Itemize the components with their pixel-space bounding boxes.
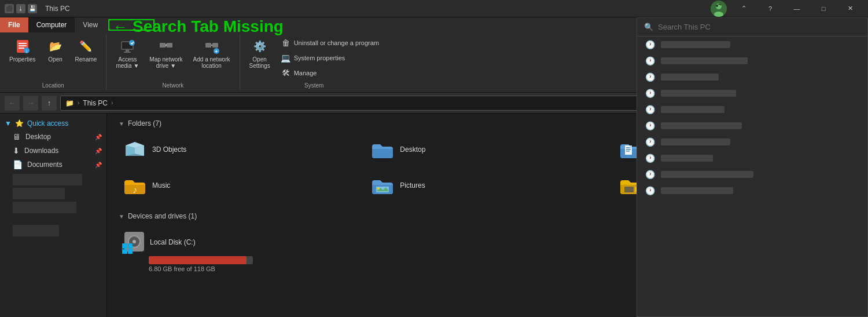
manage-button[interactable]: 🛠 Manage bbox=[277, 66, 382, 80]
help-button[interactable]: ? bbox=[757, 0, 784, 17]
expand-ribbon-button[interactable]: ⌃ bbox=[730, 0, 757, 17]
history-clock-icon-6: 🕐 bbox=[645, 121, 655, 130]
sidebar: ▼ ⭐ Quick access 🖥 Desktop 📌 ⬇ Downloads… bbox=[0, 114, 107, 317]
svg-rect-12 bbox=[126, 50, 129, 52]
history-item-2[interactable]: 🕐 bbox=[637, 53, 867, 69]
up-button[interactable]: ↑ bbox=[42, 96, 57, 111]
access-media-icon bbox=[119, 38, 135, 54]
folder-item-3dobjects[interactable]: 3D Objects bbox=[119, 134, 361, 165]
rename-label: Rename bbox=[75, 56, 97, 63]
qat-icon-3[interactable]: 💾 bbox=[28, 4, 37, 13]
history-text-5 bbox=[661, 106, 724, 113]
history-clock-icon-2: 🕐 bbox=[645, 56, 655, 65]
tab-search-missing-outline[interactable] bbox=[108, 19, 155, 31]
history-clock-icon-3: 🕐 bbox=[645, 72, 655, 82]
ribbon-group-location: i Properties 📂 Open ✏️ Rename Location bbox=[0, 35, 106, 90]
access-media-button[interactable]: Accessmedia ▼ bbox=[112, 36, 142, 71]
search-dropdown-panel: 🔍 🕐 🕐 🕐 🕐 🕐 bbox=[637, 17, 868, 317]
rename-button[interactable]: ✏️ Rename bbox=[72, 36, 101, 65]
sidebar-item-desktop[interactable]: 🖥 Desktop 📌 bbox=[0, 130, 106, 144]
svg-rect-19 bbox=[212, 43, 218, 48]
history-item-6[interactable]: 🕐 bbox=[637, 118, 867, 134]
history-item-10[interactable]: 🕐 bbox=[637, 183, 867, 199]
quick-access-header[interactable]: ▼ ⭐ Quick access bbox=[0, 117, 106, 130]
titlebar-left: ⬛ ⭳ 💾 This PC bbox=[5, 4, 70, 13]
uninstall-button[interactable]: 🗑 Uninstall or change a program bbox=[277, 36, 382, 50]
qat-icon-2[interactable]: ⭳ bbox=[16, 4, 25, 13]
back-button[interactable]: ← bbox=[5, 96, 20, 111]
desktop-icon: 🖥 bbox=[13, 132, 21, 141]
close-button[interactable]: ✕ bbox=[837, 0, 863, 17]
folder-item-pictures[interactable]: Pictures bbox=[366, 170, 608, 201]
location-group-label: Location bbox=[42, 80, 64, 89]
open-settings-button[interactable]: ⚙️ OpenSettings bbox=[246, 36, 274, 71]
svg-rect-13 bbox=[124, 52, 131, 53]
history-text-3 bbox=[661, 74, 719, 81]
system-properties-button[interactable]: 💻 System properties bbox=[277, 51, 382, 65]
search-history-list: 🕐 🕐 🕐 🕐 🕐 🕐 bbox=[637, 37, 867, 199]
open-button[interactable]: 📂 Open bbox=[43, 36, 68, 65]
svg-point-29 bbox=[377, 187, 380, 190]
history-item-1[interactable]: 🕐 bbox=[637, 37, 867, 53]
history-item-3[interactable]: 🕐 bbox=[637, 69, 867, 85]
desktop-pin-icon: 📌 bbox=[95, 134, 102, 140]
history-clock-icon-8: 🕐 bbox=[645, 154, 655, 163]
settings-icon: ⚙️ bbox=[252, 38, 268, 54]
forward-button[interactable]: → bbox=[23, 96, 38, 111]
system-properties-icon: 💻 bbox=[281, 53, 291, 63]
sidebar-downloads-label: Downloads bbox=[24, 147, 58, 155]
access-media-label: Accessmedia ▼ bbox=[116, 56, 139, 69]
history-item-4[interactable]: 🕐 bbox=[637, 85, 867, 101]
history-item-7[interactable]: 🕐 bbox=[637, 134, 867, 150]
folder-item-music[interactable]: ♪ Music bbox=[119, 170, 361, 201]
history-clock-icon-9: 🕐 bbox=[645, 170, 655, 179]
svg-text:♪: ♪ bbox=[133, 185, 137, 195]
history-item-9[interactable]: 🕐 bbox=[637, 166, 867, 183]
properties-label: Properties bbox=[9, 56, 36, 63]
manage-icon: 🛠 bbox=[281, 68, 291, 78]
minimize-button[interactable]: — bbox=[784, 0, 810, 17]
qat-icon-1[interactable]: ⬛ bbox=[5, 4, 14, 13]
svg-rect-6 bbox=[19, 45, 27, 46]
drive-c-progress-fill bbox=[149, 256, 247, 264]
titlebar: ⬛ ⭳ 💾 This PC ⌃ ? — □ ✕ bbox=[0, 0, 868, 17]
sidebar-documents-label: Documents bbox=[27, 161, 62, 169]
history-text-2 bbox=[661, 57, 748, 64]
system-group-label: System bbox=[304, 80, 323, 89]
maximize-button[interactable]: □ bbox=[810, 0, 837, 17]
sidebar-item-downloads[interactable]: ⬇ Downloads 📌 bbox=[0, 144, 106, 158]
tab-view[interactable]: View bbox=[75, 17, 106, 32]
history-clock-icon-7: 🕐 bbox=[645, 137, 655, 147]
history-item-5[interactable]: 🕐 bbox=[637, 101, 867, 118]
location-group-items: i Properties 📂 Open ✏️ Rename bbox=[6, 36, 100, 80]
music-folder-icon: ♪ bbox=[123, 174, 146, 197]
properties-button[interactable]: i Properties bbox=[6, 36, 39, 65]
add-location-button[interactable]: + Add a networklocation bbox=[190, 36, 234, 71]
history-text-1 bbox=[661, 41, 730, 48]
pictures-folder-label: Pictures bbox=[400, 181, 425, 190]
tab-computer[interactable]: Computer bbox=[28, 17, 75, 32]
folders-chevron-icon: ▼ bbox=[119, 121, 124, 127]
map-network-button[interactable]: Map networkdrive ▼ bbox=[146, 36, 186, 71]
desktop-folder-label: Desktop bbox=[400, 145, 425, 154]
history-text-4 bbox=[661, 90, 736, 97]
uninstall-label: Uninstall or change a program bbox=[294, 39, 379, 46]
add-location-label: Add a networklocation bbox=[193, 56, 230, 69]
drives-chevron-icon: ▼ bbox=[119, 213, 124, 220]
sidebar-item-documents[interactable]: 📄 Documents 📌 bbox=[0, 158, 106, 172]
map-network-icon bbox=[158, 38, 174, 54]
folder-item-desktop[interactable]: Desktop bbox=[366, 134, 608, 165]
svg-point-14 bbox=[129, 40, 135, 46]
window-title: This PC bbox=[45, 5, 70, 13]
drive-item-c[interactable]: Local Disk (C:) 6.80 GB free of 118 GB bbox=[119, 227, 269, 277]
main-layout: ▼ ⭐ Quick access 🖥 Desktop 📌 ⬇ Downloads… bbox=[0, 114, 868, 317]
address-chevron-2: › bbox=[111, 100, 113, 106]
sidebar-desktop-label: Desktop bbox=[25, 133, 51, 141]
quick-access-star-icon: ⭐ bbox=[15, 119, 24, 127]
open-icon: 📂 bbox=[47, 38, 64, 54]
history-item-8[interactable]: 🕐 bbox=[637, 150, 867, 166]
search-input[interactable] bbox=[658, 23, 860, 31]
tab-file[interactable]: File bbox=[0, 17, 28, 32]
network-group-label: Network bbox=[163, 80, 184, 89]
history-clock-icon-5: 🕐 bbox=[645, 105, 655, 114]
